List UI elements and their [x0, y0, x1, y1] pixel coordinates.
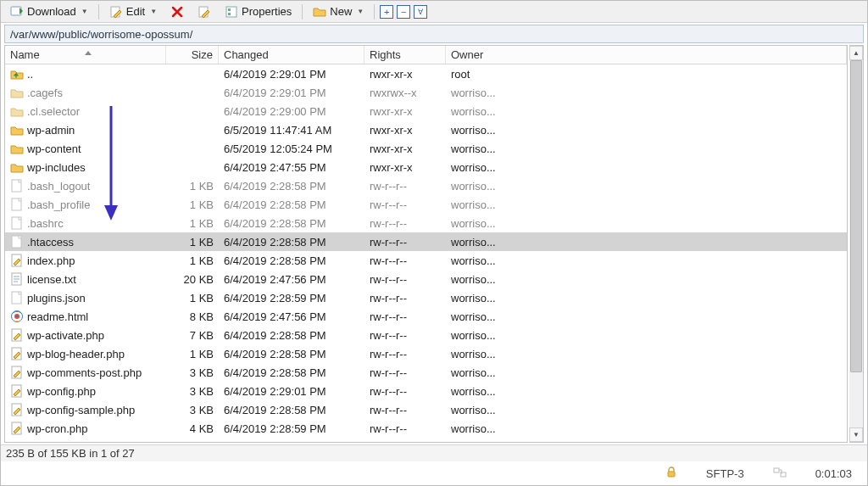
file-icon: [10, 366, 24, 379]
file-icon: [10, 216, 24, 230]
table-row[interactable]: .cagefs6/4/2019 2:29:01 PMrwxrwx--xworri…: [5, 83, 847, 102]
edit-icon: [109, 5, 123, 19]
cell-changed: 6/4/2019 2:29:01 PM: [219, 68, 364, 81]
file-icon: [10, 328, 24, 342]
file-icon: [10, 198, 24, 211]
table-row[interactable]: .bashrc1 KB6/4/2019 2:28:58 PMrw-r--r--w…: [5, 214, 847, 232]
path-bar[interactable]: /var/www/public/worrisome-opossum/: [4, 25, 864, 43]
table-row[interactable]: wp-blog-header.php1 KB6/4/2019 2:28:58 P…: [5, 344, 847, 363]
cell-owner: worriso...: [446, 105, 514, 118]
collapse-button[interactable]: −: [397, 5, 410, 19]
status-text: 235 B of 155 KB in 1 of 27: [6, 447, 135, 460]
table-row[interactable]: wp-config-sample.php3 KB6/4/2019 2:28:58…: [5, 400, 847, 419]
new-button[interactable]: New ▼: [307, 3, 370, 21]
cell-size: 7 KB: [166, 329, 219, 342]
table-row[interactable]: readme.html8 KB6/4/2019 2:47:56 PMrw-r--…: [5, 307, 847, 326]
connection-indicator[interactable]: [765, 461, 795, 485]
session-name[interactable]: SFTP-3: [698, 461, 753, 485]
cell-rights: rw-r--r--: [364, 404, 446, 416]
sort-asc-icon: [85, 51, 92, 55]
table-row[interactable]: wp-admin6/5/2019 11:47:41 AMrwxr-xr-xwor…: [5, 120, 847, 139]
separator: [374, 4, 375, 20]
cell-size: 3 KB: [166, 404, 219, 416]
cell-changed: 6/4/2019 2:28:58 PM: [219, 329, 364, 342]
cell-name: wp-config-sample.php: [5, 403, 166, 416]
status-bar: 235 B of 155 KB in 1 of 27: [1, 444, 867, 461]
edit-button[interactable]: Edit ▼: [103, 3, 163, 21]
cell-size: 3 KB: [166, 385, 219, 398]
cell-owner: worriso...: [446, 198, 514, 211]
cell-owner: root: [446, 68, 514, 81]
col-rights[interactable]: Rights: [364, 46, 446, 64]
encryption-indicator[interactable]: [657, 461, 686, 485]
file-name: wp-config.php: [27, 385, 96, 398]
svg-rect-3: [226, 7, 236, 17]
file-name: wp-blog-header.php: [27, 348, 125, 360]
dropdown-caret-icon: ▼: [150, 8, 157, 15]
col-changed[interactable]: Changed: [219, 46, 364, 64]
cell-changed: 6/4/2019 2:29:00 PM: [219, 105, 364, 118]
folder-icon: [10, 142, 24, 155]
cell-changed: 6/4/2019 2:29:01 PM: [219, 385, 364, 398]
file-name: .cagefs: [27, 87, 63, 99]
file-name: index.php: [27, 254, 75, 267]
table-row[interactable]: wp-includes6/4/2019 2:47:55 PMrwxr-xr-xw…: [5, 158, 847, 176]
select-button[interactable]: ∀: [414, 5, 427, 19]
cell-rights: rw-r--r--: [364, 217, 446, 230]
download-button[interactable]: Download ▼: [4, 3, 94, 21]
expand-button[interactable]: +: [380, 5, 393, 19]
col-owner-label: Owner: [451, 48, 483, 61]
cell-name: plugins.json: [5, 291, 166, 304]
table-row[interactable]: plugins.json1 KB6/4/2019 2:28:59 PMrw-r-…: [5, 288, 847, 307]
file-name: .htaccess: [27, 236, 74, 249]
table-row[interactable]: .bash_logout1 KB6/4/2019 2:28:58 PMrw-r-…: [5, 176, 847, 195]
cell-rights: rw-r--r--: [364, 273, 446, 286]
cell-owner: worriso...: [446, 422, 514, 435]
table-row[interactable]: wp-config.php3 KB6/4/2019 2:29:01 PMrw-r…: [5, 382, 847, 400]
cell-rights: rw-r--r--: [364, 198, 446, 211]
cell-name: wp-content: [5, 142, 166, 155]
new-folder-icon: [313, 5, 326, 19]
cell-rights: rw-r--r--: [364, 366, 446, 379]
file-name: plugins.json: [27, 292, 86, 304]
col-rights-label: Rights: [370, 48, 401, 61]
table-row[interactable]: index.php1 KB6/4/2019 2:28:58 PMrw-r--r-…: [5, 251, 847, 270]
file-icon: [10, 254, 24, 267]
cell-name: readme.html: [5, 310, 166, 323]
table-row[interactable]: .bash_profile1 KB6/4/2019 2:28:58 PMrw-r…: [5, 195, 847, 214]
cell-owner: worriso...: [446, 217, 514, 230]
cell-size: 3 KB: [166, 366, 219, 379]
col-name[interactable]: Name: [5, 46, 166, 64]
file-name: .cl.selector: [27, 105, 80, 118]
lock-icon: [665, 466, 677, 481]
vertical-scrollbar[interactable]: ▲ ▼: [849, 45, 864, 443]
table-row[interactable]: ..6/4/2019 2:29:01 PMrwxr-xr-xroot: [5, 64, 847, 83]
table-row[interactable]: wp-activate.php7 KB6/4/2019 2:28:58 PMrw…: [5, 326, 847, 344]
cell-rights: rwxr-xr-x: [364, 124, 446, 137]
cell-size: 1 KB: [166, 180, 219, 193]
table-row[interactable]: .cl.selector6/4/2019 2:29:00 PMrwxr-xr-x…: [5, 102, 847, 120]
col-size[interactable]: Size: [166, 46, 219, 64]
properties-button[interactable]: Properties: [219, 3, 298, 21]
table-row[interactable]: wp-cron.php4 KB6/4/2019 2:28:59 PMrw-r--…: [5, 419, 847, 438]
rename-button[interactable]: [192, 3, 217, 21]
table-row[interactable]: wp-comments-post.php3 KB6/4/2019 2:28:58…: [5, 363, 847, 382]
cell-size: 1 KB: [166, 292, 219, 304]
svg-rect-6: [12, 180, 21, 192]
app-window: Download ▼ Edit ▼ Properties: [0, 0, 868, 486]
cell-name: .bashrc: [5, 216, 166, 230]
table-row[interactable]: wp-content6/5/2019 12:05:24 PMrwxr-xr-xw…: [5, 139, 847, 158]
file-name: wp-includes: [27, 161, 86, 174]
scroll-track[interactable]: [849, 60, 863, 427]
table-row[interactable]: license.txt20 KB6/4/2019 2:47:56 PMrw-r-…: [5, 270, 847, 288]
file-name: ..: [27, 68, 33, 81]
col-owner[interactable]: Owner: [446, 46, 847, 64]
delete-button[interactable]: [164, 3, 190, 21]
properties-icon: [225, 5, 238, 19]
session-label: SFTP-3: [706, 467, 744, 480]
scroll-down-button[interactable]: ▼: [849, 427, 863, 442]
scroll-thumb[interactable]: [850, 60, 862, 372]
table-row[interactable]: .htaccess1 KB6/4/2019 2:28:58 PMrw-r--r-…: [5, 232, 847, 251]
cell-changed: 6/4/2019 2:47:56 PM: [219, 273, 364, 286]
scroll-up-button[interactable]: ▲: [849, 46, 863, 60]
